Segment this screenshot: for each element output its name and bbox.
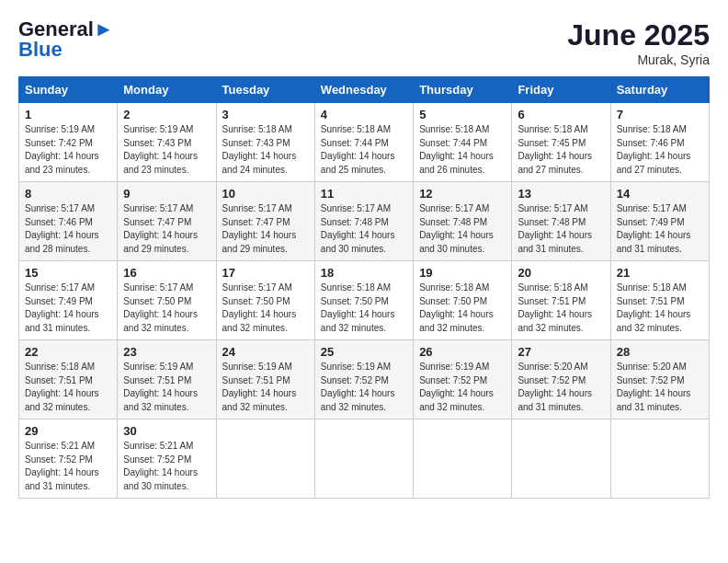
day-info: Sunrise: 5:20 AMSunset: 7:52 PMDaylight:… <box>518 361 604 414</box>
day-number: 24 <box>222 345 309 359</box>
day-cell-13: 13Sunrise: 5:17 AMSunset: 7:48 PMDayligh… <box>512 182 610 261</box>
day-info: Sunrise: 5:18 AMSunset: 7:46 PMDaylight:… <box>617 123 703 177</box>
day-cell-0 <box>216 419 314 499</box>
weekday-header-row: Sunday Monday Tuesday Wednesday Thursday… <box>19 77 710 103</box>
day-cell-17: 17Sunrise: 5:17 AMSunset: 7:50 PMDayligh… <box>216 261 314 340</box>
header-sunday: Sunday <box>19 77 118 103</box>
day-number: 15 <box>25 266 111 280</box>
day-number: 16 <box>123 266 210 280</box>
day-info: Sunrise: 5:19 AMSunset: 7:52 PMDaylight:… <box>419 361 506 414</box>
header-monday: Monday <box>118 77 216 103</box>
day-number: 20 <box>518 266 604 280</box>
day-cell-3: 3Sunrise: 5:18 AMSunset: 7:43 PMDaylight… <box>216 103 314 182</box>
day-number: 2 <box>123 108 210 121</box>
day-cell-22: 22Sunrise: 5:18 AMSunset: 7:51 PMDayligh… <box>19 340 118 419</box>
day-info: Sunrise: 5:19 AMSunset: 7:51 PMDaylight:… <box>222 361 309 414</box>
day-number: 27 <box>518 345 604 359</box>
logo: General► Blue <box>18 18 114 61</box>
day-cell-27: 27Sunrise: 5:20 AMSunset: 7:52 PMDayligh… <box>512 340 610 419</box>
day-info: Sunrise: 5:17 AMSunset: 7:47 PMDaylight:… <box>123 202 210 256</box>
day-cell-12: 12Sunrise: 5:17 AMSunset: 7:48 PMDayligh… <box>414 182 512 261</box>
day-cell-19: 19Sunrise: 5:18 AMSunset: 7:50 PMDayligh… <box>414 261 512 340</box>
day-cell-0 <box>610 419 709 499</box>
day-info: Sunrise: 5:19 AMSunset: 7:42 PMDaylight:… <box>25 123 111 177</box>
day-cell-14: 14Sunrise: 5:17 AMSunset: 7:49 PMDayligh… <box>610 182 709 261</box>
page-header: General► Blue June 2025 Murak, Syria <box>18 18 710 67</box>
day-number: 22 <box>25 345 111 359</box>
day-cell-2: 2Sunrise: 5:19 AMSunset: 7:43 PMDaylight… <box>118 103 216 182</box>
day-info: Sunrise: 5:17 AMSunset: 7:50 PMDaylight:… <box>123 282 210 335</box>
calendar-row-4: 29Sunrise: 5:21 AMSunset: 7:52 PMDayligh… <box>19 419 710 499</box>
logo-subtext: Blue <box>18 39 114 61</box>
header-wednesday: Wednesday <box>314 77 413 103</box>
day-cell-4: 4Sunrise: 5:18 AMSunset: 7:44 PMDaylight… <box>314 103 413 182</box>
day-cell-15: 15Sunrise: 5:17 AMSunset: 7:49 PMDayligh… <box>19 261 118 340</box>
day-number: 5 <box>419 108 506 121</box>
day-info: Sunrise: 5:18 AMSunset: 7:50 PMDaylight:… <box>419 282 506 335</box>
title-area: June 2025 Murak, Syria <box>567 18 710 67</box>
day-info: Sunrise: 5:17 AMSunset: 7:46 PMDaylight:… <box>25 202 111 256</box>
day-cell-5: 5Sunrise: 5:18 AMSunset: 7:44 PMDaylight… <box>414 103 512 182</box>
day-cell-0 <box>512 419 610 499</box>
day-cell-0 <box>414 419 512 499</box>
header-friday: Friday <box>512 77 610 103</box>
calendar-row-3: 22Sunrise: 5:18 AMSunset: 7:51 PMDayligh… <box>19 340 710 419</box>
day-cell-29: 29Sunrise: 5:21 AMSunset: 7:52 PMDayligh… <box>19 419 118 499</box>
day-cell-25: 25Sunrise: 5:19 AMSunset: 7:52 PMDayligh… <box>314 340 413 419</box>
day-cell-20: 20Sunrise: 5:18 AMSunset: 7:51 PMDayligh… <box>512 261 610 340</box>
header-tuesday: Tuesday <box>216 77 314 103</box>
day-number: 9 <box>123 187 210 201</box>
day-info: Sunrise: 5:17 AMSunset: 7:50 PMDaylight:… <box>222 282 309 335</box>
day-number: 19 <box>419 266 506 280</box>
day-info: Sunrise: 5:18 AMSunset: 7:51 PMDaylight:… <box>518 282 604 335</box>
day-cell-28: 28Sunrise: 5:20 AMSunset: 7:52 PMDayligh… <box>610 340 709 419</box>
day-info: Sunrise: 5:18 AMSunset: 7:45 PMDaylight:… <box>518 123 604 177</box>
day-number: 4 <box>321 108 407 121</box>
day-info: Sunrise: 5:17 AMSunset: 7:48 PMDaylight:… <box>518 202 604 256</box>
day-cell-7: 7Sunrise: 5:18 AMSunset: 7:46 PMDaylight… <box>610 103 709 182</box>
header-saturday: Saturday <box>610 77 709 103</box>
day-cell-8: 8Sunrise: 5:17 AMSunset: 7:46 PMDaylight… <box>19 182 118 261</box>
day-number: 6 <box>518 108 604 121</box>
day-number: 14 <box>617 187 703 201</box>
day-number: 1 <box>25 108 111 121</box>
day-cell-30: 30Sunrise: 5:21 AMSunset: 7:52 PMDayligh… <box>118 419 216 499</box>
day-number: 23 <box>123 345 210 359</box>
day-cell-18: 18Sunrise: 5:18 AMSunset: 7:50 PMDayligh… <box>314 261 413 340</box>
day-info: Sunrise: 5:18 AMSunset: 7:44 PMDaylight:… <box>321 123 407 177</box>
day-number: 28 <box>617 345 703 359</box>
day-number: 29 <box>25 424 111 438</box>
day-cell-6: 6Sunrise: 5:18 AMSunset: 7:45 PMDaylight… <box>512 103 610 182</box>
day-info: Sunrise: 5:18 AMSunset: 7:44 PMDaylight:… <box>419 123 506 177</box>
day-info: Sunrise: 5:17 AMSunset: 7:48 PMDaylight:… <box>321 202 407 256</box>
day-info: Sunrise: 5:17 AMSunset: 7:48 PMDaylight:… <box>419 202 506 256</box>
day-number: 21 <box>617 266 703 280</box>
day-cell-10: 10Sunrise: 5:17 AMSunset: 7:47 PMDayligh… <box>216 182 314 261</box>
day-info: Sunrise: 5:18 AMSunset: 7:51 PMDaylight:… <box>25 361 111 414</box>
day-cell-24: 24Sunrise: 5:19 AMSunset: 7:51 PMDayligh… <box>216 340 314 419</box>
location-label: Murak, Syria <box>567 52 710 67</box>
day-number: 13 <box>518 187 604 201</box>
header-thursday: Thursday <box>414 77 512 103</box>
calendar-row-0: 1Sunrise: 5:19 AMSunset: 7:42 PMDaylight… <box>19 103 710 182</box>
day-info: Sunrise: 5:17 AMSunset: 7:47 PMDaylight:… <box>222 202 309 256</box>
day-number: 10 <box>222 187 309 201</box>
day-cell-9: 9Sunrise: 5:17 AMSunset: 7:47 PMDaylight… <box>118 182 216 261</box>
day-number: 8 <box>25 187 111 201</box>
day-info: Sunrise: 5:17 AMSunset: 7:49 PMDaylight:… <box>617 202 703 256</box>
day-number: 17 <box>222 266 309 280</box>
day-cell-26: 26Sunrise: 5:19 AMSunset: 7:52 PMDayligh… <box>414 340 512 419</box>
day-number: 12 <box>419 187 506 201</box>
day-cell-0 <box>314 419 413 499</box>
day-info: Sunrise: 5:18 AMSunset: 7:50 PMDaylight:… <box>321 282 407 335</box>
day-info: Sunrise: 5:19 AMSunset: 7:51 PMDaylight:… <box>123 361 210 414</box>
calendar-table: Sunday Monday Tuesday Wednesday Thursday… <box>18 76 710 499</box>
day-cell-16: 16Sunrise: 5:17 AMSunset: 7:50 PMDayligh… <box>118 261 216 340</box>
day-number: 11 <box>321 187 407 201</box>
day-number: 30 <box>123 424 210 438</box>
day-info: Sunrise: 5:17 AMSunset: 7:49 PMDaylight:… <box>25 282 111 335</box>
calendar-row-1: 8Sunrise: 5:17 AMSunset: 7:46 PMDaylight… <box>19 182 710 261</box>
day-cell-11: 11Sunrise: 5:17 AMSunset: 7:48 PMDayligh… <box>314 182 413 261</box>
day-info: Sunrise: 5:21 AMSunset: 7:52 PMDaylight:… <box>123 440 210 493</box>
day-cell-21: 21Sunrise: 5:18 AMSunset: 7:51 PMDayligh… <box>610 261 709 340</box>
